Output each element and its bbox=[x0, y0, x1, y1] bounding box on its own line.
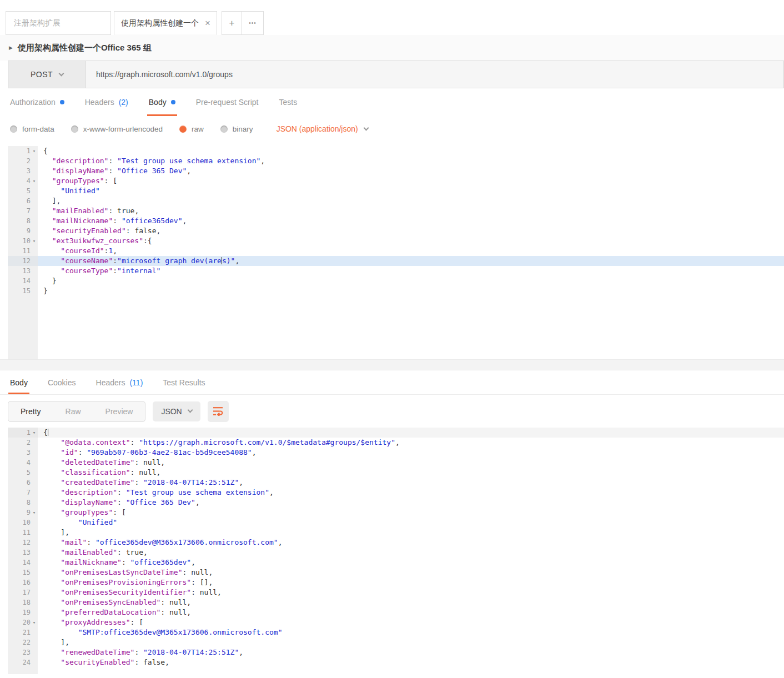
line-number-gutter: 6 bbox=[8, 196, 38, 206]
radio-form-data[interactable]: form-data bbox=[10, 125, 54, 133]
tab-response-headers[interactable]: Headers (11) bbox=[96, 370, 143, 394]
tab-body[interactable]: Body bbox=[149, 88, 175, 116]
response-format-select[interactable]: JSON bbox=[153, 401, 200, 421]
code-line: 17 "onPremisesSecurityIdentifier": null, bbox=[8, 587, 784, 597]
code-line[interactable]: 5 "Unified" bbox=[8, 186, 784, 196]
tab-response-body[interactable]: Body bbox=[10, 370, 28, 394]
code-line: 7 "description": "Test group use schema … bbox=[8, 488, 784, 498]
code-line: 15 "onPremisesLastSyncDateTime": null, bbox=[8, 567, 784, 577]
filled-indicator-dot-icon bbox=[171, 100, 175, 104]
preview-view-button[interactable]: Preview bbox=[93, 401, 145, 421]
tab-create-group-with-schema[interactable]: 使用架构属性创建一个 × bbox=[114, 11, 217, 35]
content-type-select[interactable]: JSON (application/json) bbox=[277, 124, 368, 133]
code-line[interactable]: 11 "courseId":1, bbox=[8, 246, 784, 256]
code-line[interactable]: 2 "description": "Test group use schema … bbox=[8, 156, 784, 166]
line-number-gutter: 18 bbox=[8, 597, 38, 607]
code-line: 13 "mailEnabled": true, bbox=[8, 548, 784, 558]
pretty-view-button[interactable]: Pretty bbox=[8, 401, 53, 421]
wrap-text-button[interactable] bbox=[208, 401, 229, 422]
line-number-gutter: 5 bbox=[8, 186, 38, 196]
radio-x-www-form-urlencoded[interactable]: x-www-form-urlencoded bbox=[71, 125, 163, 133]
body-mode-row: form-data x-www-form-urlencoded raw bina… bbox=[0, 116, 784, 142]
tab-headers[interactable]: Headers (2) bbox=[85, 88, 128, 116]
close-tab-icon[interactable]: × bbox=[205, 18, 210, 28]
line-number-gutter: 1▾ bbox=[8, 428, 38, 438]
tab-label: Headers bbox=[96, 378, 125, 387]
code-line: 9▾ "groupTypes": [ bbox=[8, 508, 784, 518]
request-tabs: Authorization Headers (2) Body Pre-reque… bbox=[0, 88, 784, 116]
code-line: 6 "createdDateTime": "2018-04-07T14:25:5… bbox=[8, 478, 784, 488]
line-number-gutter: 6 bbox=[8, 478, 38, 488]
radio-icon[interactable] bbox=[220, 125, 228, 133]
code-line[interactable]: 9 "securityEnabled": false, bbox=[8, 226, 784, 236]
tab-label: 使用架构属性创建一个 bbox=[121, 18, 199, 28]
url-input[interactable] bbox=[86, 70, 783, 79]
code-line[interactable]: 1▾{ bbox=[8, 146, 784, 156]
response-tabs: Body Cookies Headers (11) Test Results bbox=[0, 370, 784, 395]
tab-label: Test Results bbox=[163, 378, 205, 387]
raw-view-button[interactable]: Raw bbox=[53, 401, 93, 421]
line-number-gutter: 23 bbox=[8, 647, 38, 657]
tab-tests[interactable]: Tests bbox=[279, 88, 298, 116]
tab-test-results[interactable]: Test Results bbox=[163, 370, 205, 394]
tab-cookies[interactable]: Cookies bbox=[48, 370, 76, 394]
response-toolbar: Pretty Raw Preview JSON bbox=[0, 395, 784, 428]
code-line[interactable]: 15} bbox=[8, 286, 784, 296]
add-tab-button[interactable]: + bbox=[222, 11, 242, 35]
request-title-row[interactable]: ▶ 使用架构属性创建一个Office 365 组 bbox=[0, 35, 784, 61]
line-number-gutter: 19 bbox=[8, 607, 38, 617]
code-line[interactable]: 6 ], bbox=[8, 196, 784, 206]
code-line[interactable]: 13 "courseType":"internal" bbox=[8, 266, 784, 276]
line-number-gutter: 9▾ bbox=[8, 508, 38, 518]
code-line: 22 ], bbox=[8, 637, 784, 647]
request-body-editor[interactable]: 1▾{2 "description": "Test group use sche… bbox=[8, 146, 784, 359]
radio-binary[interactable]: binary bbox=[220, 125, 253, 133]
line-number-gutter: 13 bbox=[8, 266, 38, 276]
tab-register-schema-extension[interactable]: 注册架构扩展 bbox=[6, 11, 111, 35]
tab-label: Tests bbox=[279, 98, 298, 107]
pane-divider[interactable] bbox=[0, 359, 784, 370]
line-number-gutter: 24 bbox=[8, 657, 38, 667]
radio-label: binary bbox=[233, 125, 253, 133]
fold-arrow-icon[interactable]: ▾ bbox=[31, 176, 38, 186]
method-select[interactable]: POST bbox=[8, 61, 86, 88]
fold-arrow-icon[interactable]: ▾ bbox=[31, 146, 38, 156]
radio-icon[interactable] bbox=[10, 125, 17, 133]
code-line: 19 "preferredDataLocation": null, bbox=[8, 607, 784, 617]
line-number-gutter: 12 bbox=[8, 538, 38, 548]
chevron-down-icon bbox=[363, 125, 369, 130]
code-line[interactable]: 14 } bbox=[8, 276, 784, 286]
code-line: 3 "id": "969ab507-06b3-4ae2-81ac-b5d9cee… bbox=[8, 448, 784, 458]
chevron-down-icon bbox=[187, 408, 193, 413]
fold-arrow-icon[interactable]: ▾ bbox=[31, 508, 38, 518]
disclosure-triangle-icon[interactable]: ▶ bbox=[9, 45, 13, 51]
code-line: 1▾{ bbox=[8, 428, 784, 438]
fold-arrow-icon[interactable]: ▾ bbox=[31, 236, 38, 246]
fold-arrow-icon[interactable]: ▾ bbox=[31, 617, 38, 627]
code-line[interactable]: 3 "displayName": "Office 365 Dev", bbox=[8, 166, 784, 176]
line-number-gutter: 16 bbox=[8, 577, 38, 587]
code-line[interactable]: 10▾ "ext3uikwfwz_courses":{ bbox=[8, 236, 784, 246]
tab-pre-request-script[interactable]: Pre-request Script bbox=[196, 88, 259, 116]
code-line[interactable]: 12 "courseName":"microsoft graph dev(are… bbox=[8, 256, 784, 266]
filled-indicator-dot-icon bbox=[60, 100, 64, 104]
code-line[interactable]: 8 "mailNickname": "office365dev", bbox=[8, 216, 784, 226]
code-line[interactable]: 7 "mailEnabled": true, bbox=[8, 206, 784, 216]
tab-authorization[interactable]: Authorization bbox=[10, 88, 64, 116]
line-number-gutter: 21 bbox=[8, 627, 38, 637]
code-line[interactable]: 4▾ "groupTypes": [ bbox=[8, 176, 784, 186]
code-line: 21 "SMTP:office365dev@M365x173606.onmicr… bbox=[8, 627, 784, 637]
wrap-text-icon bbox=[213, 406, 223, 416]
radio-raw[interactable]: raw bbox=[179, 125, 204, 133]
line-number-gutter: 15 bbox=[8, 286, 38, 296]
url-field-box bbox=[86, 61, 783, 88]
radio-selected-icon[interactable] bbox=[179, 125, 187, 133]
fold-arrow-icon[interactable]: ▾ bbox=[31, 428, 38, 438]
radio-icon[interactable] bbox=[71, 125, 78, 133]
line-number-gutter: 15 bbox=[8, 567, 38, 577]
code-line: 24 "securityEnabled": false, bbox=[8, 657, 784, 667]
line-number-gutter: 8 bbox=[8, 498, 38, 508]
line-number-gutter: 10▾ bbox=[8, 236, 38, 246]
tab-label: Pre-request Script bbox=[196, 98, 259, 107]
more-tabs-button[interactable]: ••• bbox=[242, 11, 264, 35]
